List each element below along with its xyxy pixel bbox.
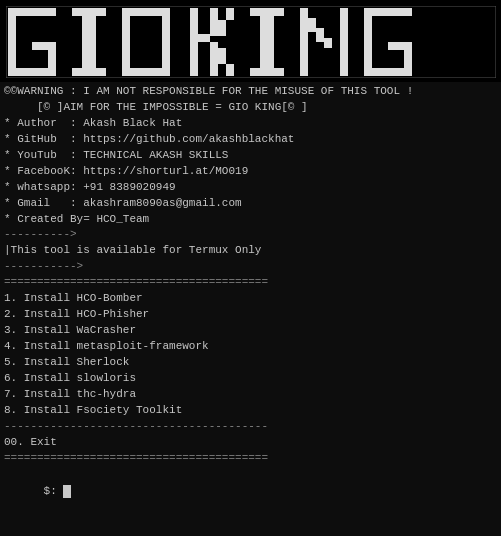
menu-item-8[interactable]: 8. Install Fsociety Toolkit bbox=[4, 403, 497, 419]
available-line: |This tool is available for Termux Only bbox=[4, 243, 497, 259]
svg-rect-22 bbox=[250, 68, 284, 76]
svg-rect-6 bbox=[82, 8, 96, 76]
cursor bbox=[63, 485, 71, 498]
menu-item-1[interactable]: 1. Install HCO-Bomber bbox=[4, 291, 497, 307]
author-line: * Author : Akash Black Hat bbox=[4, 116, 497, 132]
menu-item-5[interactable]: 5. Install Sherlock bbox=[4, 355, 497, 371]
banner-container bbox=[0, 0, 501, 82]
aim-line: [© ]AIM FOR THE IMPOSSIBLE = GIO KING[© … bbox=[4, 100, 497, 116]
svg-rect-18 bbox=[226, 8, 234, 20]
exit-item[interactable]: 00. Exit bbox=[4, 435, 497, 451]
svg-rect-9 bbox=[122, 8, 130, 76]
github-line: * GitHub : https://github.com/akashblack… bbox=[4, 132, 497, 148]
svg-rect-29 bbox=[364, 8, 372, 76]
svg-rect-4 bbox=[32, 42, 56, 50]
terminal-window: ©©WARNING : I AM NOT RESPONSIBLE FOR THE… bbox=[0, 0, 501, 536]
svg-rect-25 bbox=[316, 28, 324, 42]
svg-rect-19 bbox=[226, 64, 234, 76]
menu-item-4[interactable]: 4. Install metasploit-framework bbox=[4, 339, 497, 355]
svg-rect-11 bbox=[122, 68, 170, 76]
terminal-body: ©©WARNING : I AM NOT RESPONSIBLE FOR THE… bbox=[0, 82, 501, 518]
svg-rect-24 bbox=[308, 18, 316, 32]
divider-mid: ---------------------------------------- bbox=[4, 419, 497, 435]
svg-rect-21 bbox=[260, 8, 274, 76]
svg-rect-1 bbox=[8, 8, 16, 76]
svg-rect-23 bbox=[300, 8, 308, 76]
warning-line: ©©WARNING : I AM NOT RESPONSIBLE FOR THE… bbox=[4, 84, 497, 100]
banner-svg bbox=[6, 6, 496, 78]
menu-item-7[interactable]: 7. Install thc-hydra bbox=[4, 387, 497, 403]
svg-rect-13 bbox=[198, 34, 210, 42]
svg-rect-14 bbox=[210, 8, 218, 36]
gmail-line: * Gmail : akashram8090as@gmail.com bbox=[4, 196, 497, 212]
svg-rect-26 bbox=[324, 38, 332, 48]
whatsapp-line: * whatsapp: +91 8389020949 bbox=[4, 180, 497, 196]
prompt-line[interactable]: $: bbox=[4, 469, 497, 517]
svg-rect-7 bbox=[72, 68, 106, 76]
arrow-line: ----------> bbox=[4, 227, 497, 243]
prompt-text: $: bbox=[44, 485, 64, 497]
svg-rect-17 bbox=[218, 48, 226, 64]
svg-rect-10 bbox=[162, 8, 170, 76]
menu-item-6[interactable]: 6. Install slowloris bbox=[4, 371, 497, 387]
svg-rect-12 bbox=[190, 8, 198, 76]
svg-rect-16 bbox=[218, 20, 226, 36]
svg-rect-33 bbox=[6, 6, 496, 78]
menu-item-3[interactable]: 3. Install WaCrasher bbox=[4, 323, 497, 339]
divider-top: ======================================== bbox=[4, 275, 497, 291]
facebook-line: * FacebooK: https://shorturl.at/MO019 bbox=[4, 164, 497, 180]
arrow2-line: -----------> bbox=[4, 259, 497, 275]
svg-rect-32 bbox=[388, 42, 412, 50]
divider-bottom: ======================================== bbox=[4, 451, 497, 467]
menu-item-2[interactable]: 2. Install HCO-Phisher bbox=[4, 307, 497, 323]
svg-rect-15 bbox=[210, 42, 218, 76]
svg-rect-27 bbox=[340, 8, 348, 76]
created-line: * Created By= HCO_Team bbox=[4, 212, 497, 228]
youtube-line: * YouTub : TECHNICAL AKASH SKILLS bbox=[4, 148, 497, 164]
